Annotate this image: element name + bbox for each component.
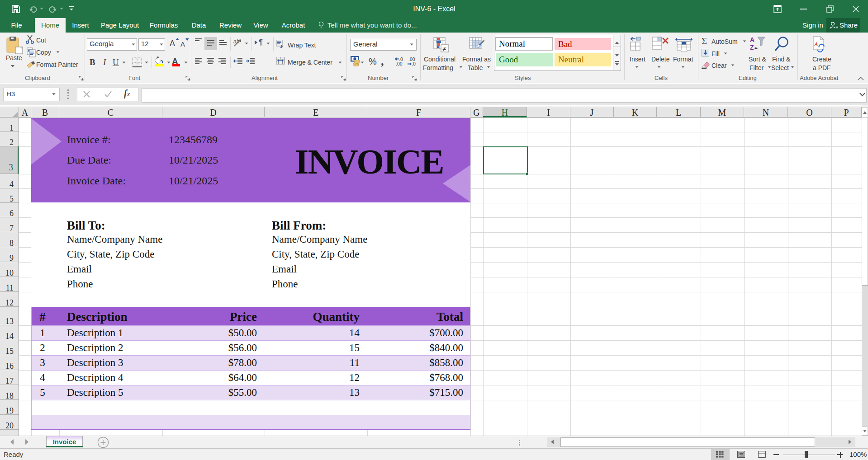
svg-text:ab: ab bbox=[233, 38, 240, 45]
svg-text:A: A bbox=[814, 41, 818, 47]
svg-text:Z: Z bbox=[750, 44, 754, 51]
svg-text:.00: .00 bbox=[396, 61, 403, 66]
svg-text:≠: ≠ bbox=[442, 45, 446, 52]
svg-text:.0: .0 bbox=[412, 61, 416, 66]
svg-text:A: A bbox=[750, 36, 754, 43]
